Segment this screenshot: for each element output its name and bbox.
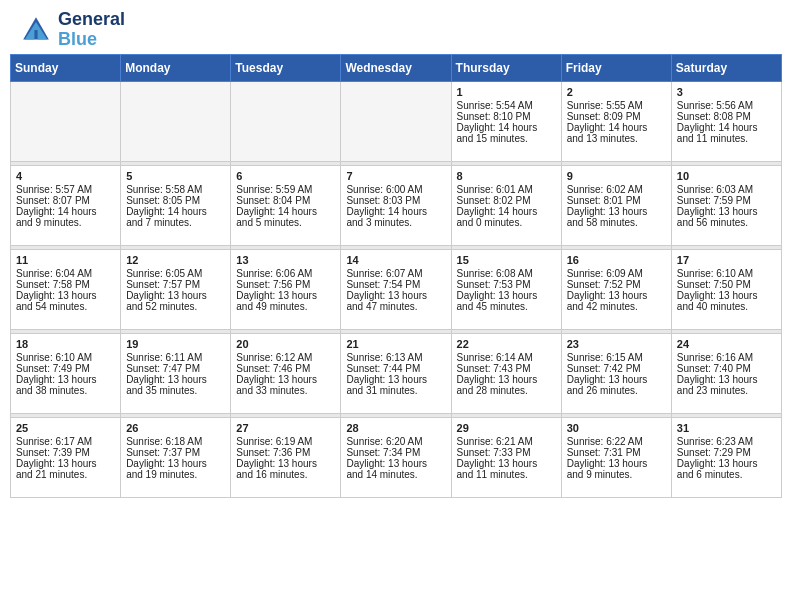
- day-number: 26: [126, 422, 225, 434]
- day-content: Daylight: 13 hours: [457, 290, 556, 301]
- day-number: 13: [236, 254, 335, 266]
- day-content: Sunrise: 6:16 AM: [677, 352, 776, 363]
- day-content: and 21 minutes.: [16, 469, 115, 480]
- day-content: Daylight: 13 hours: [236, 458, 335, 469]
- day-content: and 13 minutes.: [567, 133, 666, 144]
- day-content: and 26 minutes.: [567, 385, 666, 396]
- day-content: and 11 minutes.: [677, 133, 776, 144]
- day-content: Daylight: 13 hours: [346, 374, 445, 385]
- day-content: and 16 minutes.: [236, 469, 335, 480]
- day-content: Daylight: 13 hours: [567, 458, 666, 469]
- day-content: Sunset: 8:02 PM: [457, 195, 556, 206]
- day-content: and 28 minutes.: [457, 385, 556, 396]
- day-number: 3: [677, 86, 776, 98]
- day-content: Daylight: 14 hours: [677, 122, 776, 133]
- day-content: Sunrise: 6:18 AM: [126, 436, 225, 447]
- day-content: Daylight: 14 hours: [236, 206, 335, 217]
- day-content: and 47 minutes.: [346, 301, 445, 312]
- day-content: Sunset: 7:47 PM: [126, 363, 225, 374]
- calendar-week-row-4: 18Sunrise: 6:10 AMSunset: 7:49 PMDayligh…: [11, 333, 782, 413]
- day-number: 6: [236, 170, 335, 182]
- calendar-cell: 23Sunrise: 6:15 AMSunset: 7:42 PMDayligh…: [561, 333, 671, 413]
- calendar-cell: 15Sunrise: 6:08 AMSunset: 7:53 PMDayligh…: [451, 249, 561, 329]
- calendar-cell: 1Sunrise: 5:54 AMSunset: 8:10 PMDaylight…: [451, 81, 561, 161]
- calendar-cell: 30Sunrise: 6:22 AMSunset: 7:31 PMDayligh…: [561, 417, 671, 497]
- calendar-cell: 4Sunrise: 5:57 AMSunset: 8:07 PMDaylight…: [11, 165, 121, 245]
- calendar-cell: 10Sunrise: 6:03 AMSunset: 7:59 PMDayligh…: [671, 165, 781, 245]
- day-content: Daylight: 13 hours: [16, 374, 115, 385]
- calendar-week-row-3: 11Sunrise: 6:04 AMSunset: 7:58 PMDayligh…: [11, 249, 782, 329]
- day-content: and 9 minutes.: [567, 469, 666, 480]
- day-content: and 58 minutes.: [567, 217, 666, 228]
- day-content: Sunrise: 6:00 AM: [346, 184, 445, 195]
- day-content: Sunset: 8:10 PM: [457, 111, 556, 122]
- day-number: 1: [457, 86, 556, 98]
- day-content: and 45 minutes.: [457, 301, 556, 312]
- day-number: 22: [457, 338, 556, 350]
- calendar-cell: 9Sunrise: 6:02 AMSunset: 8:01 PMDaylight…: [561, 165, 671, 245]
- day-number: 31: [677, 422, 776, 434]
- day-content: and 38 minutes.: [16, 385, 115, 396]
- day-content: Daylight: 14 hours: [126, 206, 225, 217]
- day-content: and 54 minutes.: [16, 301, 115, 312]
- day-content: Sunrise: 6:05 AM: [126, 268, 225, 279]
- day-content: and 52 minutes.: [126, 301, 225, 312]
- day-content: Sunrise: 6:06 AM: [236, 268, 335, 279]
- day-content: Daylight: 13 hours: [126, 458, 225, 469]
- day-content: Sunset: 7:42 PM: [567, 363, 666, 374]
- day-number: 28: [346, 422, 445, 434]
- day-number: 18: [16, 338, 115, 350]
- calendar-cell: 31Sunrise: 6:23 AMSunset: 7:29 PMDayligh…: [671, 417, 781, 497]
- day-content: Sunset: 7:31 PM: [567, 447, 666, 458]
- day-content: Daylight: 14 hours: [457, 206, 556, 217]
- day-number: 29: [457, 422, 556, 434]
- day-number: 23: [567, 338, 666, 350]
- day-number: 21: [346, 338, 445, 350]
- day-number: 5: [126, 170, 225, 182]
- day-content: Sunrise: 6:09 AM: [567, 268, 666, 279]
- calendar-week-row-2: 4Sunrise: 5:57 AMSunset: 8:07 PMDaylight…: [11, 165, 782, 245]
- day-number: 24: [677, 338, 776, 350]
- calendar-cell: [11, 81, 121, 161]
- calendar-cell: 20Sunrise: 6:12 AMSunset: 7:46 PMDayligh…: [231, 333, 341, 413]
- day-content: Sunrise: 6:14 AM: [457, 352, 556, 363]
- calendar-cell: 3Sunrise: 5:56 AMSunset: 8:08 PMDaylight…: [671, 81, 781, 161]
- day-content: and 5 minutes.: [236, 217, 335, 228]
- day-content: Daylight: 13 hours: [236, 374, 335, 385]
- day-content: Sunrise: 6:11 AM: [126, 352, 225, 363]
- calendar-table: SundayMondayTuesdayWednesdayThursdayFrid…: [10, 54, 782, 498]
- day-number: 4: [16, 170, 115, 182]
- day-content: Sunrise: 6:10 AM: [677, 268, 776, 279]
- day-number: 15: [457, 254, 556, 266]
- day-content: Daylight: 13 hours: [346, 290, 445, 301]
- day-content: Sunrise: 6:22 AM: [567, 436, 666, 447]
- day-number: 14: [346, 254, 445, 266]
- day-content: Daylight: 13 hours: [126, 290, 225, 301]
- day-content: and 42 minutes.: [567, 301, 666, 312]
- day-content: Sunrise: 6:19 AM: [236, 436, 335, 447]
- calendar-cell: 16Sunrise: 6:09 AMSunset: 7:52 PMDayligh…: [561, 249, 671, 329]
- calendar-weekday-sunday: Sunday: [11, 54, 121, 81]
- calendar-cell: 21Sunrise: 6:13 AMSunset: 7:44 PMDayligh…: [341, 333, 451, 413]
- day-content: Sunrise: 5:59 AM: [236, 184, 335, 195]
- page-header: GeneralBlue: [0, 0, 792, 54]
- day-content: Sunset: 7:53 PM: [457, 279, 556, 290]
- day-content: and 6 minutes.: [677, 469, 776, 480]
- day-content: Sunrise: 6:03 AM: [677, 184, 776, 195]
- day-content: Daylight: 14 hours: [457, 122, 556, 133]
- day-content: and 40 minutes.: [677, 301, 776, 312]
- day-content: Daylight: 13 hours: [457, 458, 556, 469]
- day-content: Daylight: 13 hours: [677, 374, 776, 385]
- day-content: Sunset: 8:07 PM: [16, 195, 115, 206]
- day-content: Daylight: 14 hours: [16, 206, 115, 217]
- day-content: Sunrise: 6:20 AM: [346, 436, 445, 447]
- calendar-weekday-thursday: Thursday: [451, 54, 561, 81]
- calendar-cell: 6Sunrise: 5:59 AMSunset: 8:04 PMDaylight…: [231, 165, 341, 245]
- day-content: Sunrise: 6:10 AM: [16, 352, 115, 363]
- calendar-cell: 8Sunrise: 6:01 AMSunset: 8:02 PMDaylight…: [451, 165, 561, 245]
- day-content: Sunset: 8:05 PM: [126, 195, 225, 206]
- calendar-cell: 26Sunrise: 6:18 AMSunset: 7:37 PMDayligh…: [121, 417, 231, 497]
- day-content: Sunset: 7:56 PM: [236, 279, 335, 290]
- day-number: 10: [677, 170, 776, 182]
- day-content: Sunrise: 5:57 AM: [16, 184, 115, 195]
